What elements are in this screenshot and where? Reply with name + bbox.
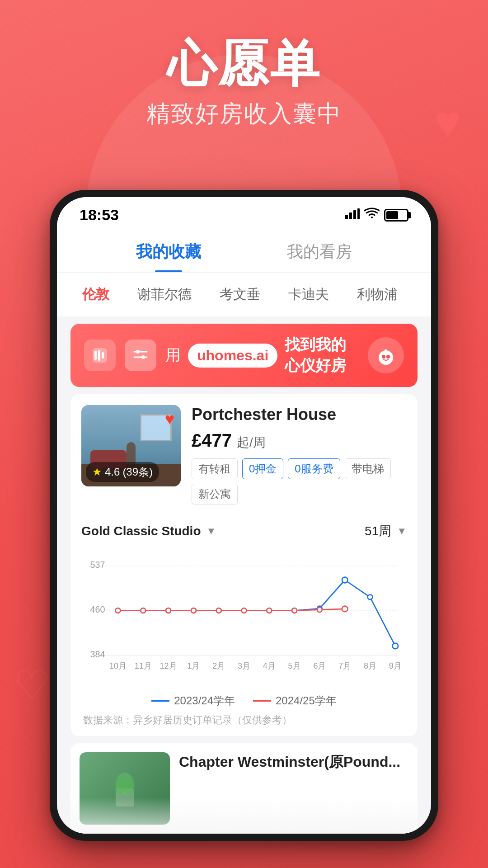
- svg-point-14: [386, 355, 390, 359]
- svg-text:9月: 9月: [389, 661, 402, 670]
- banner-robot-icon: [368, 337, 404, 373]
- tag-zero-deposit: 0押金: [242, 458, 283, 479]
- status-bar: 18:53: [57, 197, 431, 228]
- svg-text:11月: 11月: [135, 661, 152, 670]
- wifi-icon: [364, 208, 380, 222]
- city-cardiff[interactable]: 卡迪夫: [281, 282, 336, 307]
- svg-point-56: [342, 606, 348, 612]
- svg-text:10月: 10月: [109, 661, 127, 670]
- ai-banner[interactable]: 用 uhomes.ai 找到我的心仪好房: [70, 324, 418, 387]
- svg-text:3月: 3月: [238, 661, 250, 670]
- svg-text:460: 460: [90, 604, 105, 614]
- page-subtitle: 精致好房收入囊中: [0, 98, 488, 130]
- svg-point-12: [379, 350, 393, 365]
- svg-point-44: [342, 577, 348, 583]
- tag-elevator: 带电梯: [345, 458, 391, 479]
- star-icon: ★: [92, 466, 102, 478]
- svg-point-47: [116, 608, 121, 613]
- status-icons: [345, 208, 408, 222]
- room-dropdown-arrow: ▼: [206, 525, 216, 537]
- city-filter: 伦敦 谢菲尔德 考文垂 卡迪夫 利物浦: [57, 273, 431, 316]
- svg-point-55: [317, 607, 322, 612]
- price-chart: 537 460 384 10月 11月 12月 1月: [81, 549, 407, 727]
- property-card-1[interactable]: ♥ ★ 4.6 (39条) Portchester House £477 起/周: [70, 394, 418, 736]
- svg-text:12月: 12月: [160, 661, 177, 670]
- property-tags: 有转租 0押金 0服务费 带电梯 新公寓: [192, 458, 407, 505]
- svg-text:6月: 6月: [313, 661, 326, 670]
- svg-point-11: [141, 355, 145, 359]
- svg-text:5月: 5月: [288, 661, 301, 670]
- city-sheffield[interactable]: 谢菲尔德: [130, 282, 199, 307]
- svg-point-54: [292, 608, 297, 613]
- banner-icon-left: [84, 340, 116, 371]
- chart-header: Gold Classic Studio ▼ 51周 ▼: [81, 523, 407, 540]
- legend-blue-line: [151, 700, 169, 702]
- chart-source-note: 数据来源：异乡好居历史订单记录（仅供参考）: [81, 713, 407, 727]
- svg-rect-3: [357, 208, 360, 219]
- svg-rect-5: [94, 351, 97, 360]
- svg-point-46: [393, 643, 399, 649]
- svg-rect-7: [102, 352, 104, 359]
- header-section: 心愿单 精致好房收入囊中: [0, 36, 488, 130]
- legend-2023: 2023/24学年: [151, 693, 235, 708]
- svg-point-52: [242, 608, 247, 613]
- svg-point-53: [267, 608, 272, 613]
- city-coventry[interactable]: 考文垂: [212, 282, 267, 307]
- legend-red-line: [253, 700, 271, 702]
- svg-point-51: [216, 608, 221, 613]
- phone-screen: 18:53: [57, 197, 431, 834]
- svg-text:4月: 4月: [263, 661, 276, 670]
- svg-rect-1: [349, 212, 352, 219]
- svg-text:1月: 1月: [187, 661, 200, 670]
- svg-point-9: [136, 350, 140, 354]
- chart-svg: 537 460 384 10月 11月 12月 1月: [81, 549, 407, 684]
- phone-mockup: 18:53: [50, 190, 438, 841]
- battery-fill: [386, 211, 398, 219]
- tag-new-apartment: 新公寓: [192, 484, 238, 505]
- property2-info: Chapter Westminster(原Pound...: [179, 752, 408, 825]
- property2-image: [80, 752, 170, 825]
- tab-my-viewings[interactable]: 我的看房: [244, 228, 395, 272]
- chart-legend: 2023/24学年 2024/25学年: [81, 693, 407, 708]
- property-main-section: ♥ ★ 4.6 (39条) Portchester House £477 起/周: [70, 394, 418, 515]
- banner-text: 用 uhomes.ai 找到我的心仪好房: [165, 335, 359, 376]
- phone-frame: 18:53: [50, 190, 438, 841]
- person-silhouette: [127, 442, 136, 465]
- svg-point-45: [368, 594, 373, 599]
- svg-rect-15: [385, 349, 387, 352]
- city-liverpool[interactable]: 利物浦: [350, 282, 405, 307]
- svg-text:537: 537: [90, 560, 105, 570]
- status-time: 18:53: [80, 206, 119, 224]
- tab-bar: 我的收藏 我的看房: [57, 228, 431, 273]
- svg-point-60: [124, 778, 135, 794]
- battery-icon: [384, 209, 408, 222]
- svg-text:2月: 2月: [212, 661, 225, 670]
- property-name: Portchester House: [192, 405, 407, 424]
- week-dropdown-arrow: ▼: [397, 525, 407, 537]
- tab-my-favorites[interactable]: 我的收藏: [93, 228, 244, 272]
- week-selector[interactable]: 51周 ▼: [365, 523, 407, 540]
- tag-sublease: 有转租: [192, 458, 238, 479]
- property-image: ♥ ★ 4.6 (39条): [81, 405, 181, 486]
- legend-2024: 2024/25学年: [253, 693, 337, 708]
- svg-point-49: [166, 608, 171, 613]
- svg-point-48: [141, 608, 145, 613]
- svg-rect-2: [353, 210, 356, 219]
- svg-point-50: [191, 608, 196, 613]
- svg-rect-6: [98, 350, 100, 361]
- property-rating: ★ 4.6 (39条): [86, 462, 159, 482]
- banner-sliders-icon: [125, 340, 156, 371]
- property-card-2[interactable]: Chapter Westminster(原Pound...: [70, 743, 418, 834]
- city-london[interactable]: 伦敦: [75, 282, 117, 307]
- favorite-heart-icon[interactable]: ♥: [165, 410, 174, 429]
- svg-rect-0: [345, 215, 348, 219]
- page-title: 心愿单: [0, 36, 488, 91]
- svg-text:8月: 8月: [364, 661, 376, 670]
- heart-decoration-bl: ♡: [14, 665, 50, 705]
- tag-zero-fee: 0服务费: [288, 458, 340, 479]
- svg-text:384: 384: [90, 649, 105, 659]
- svg-text:7月: 7月: [338, 661, 351, 670]
- signal-icon: [345, 208, 360, 222]
- svg-point-13: [382, 355, 385, 359]
- room-type-selector[interactable]: Gold Classic Studio ▼: [81, 524, 216, 538]
